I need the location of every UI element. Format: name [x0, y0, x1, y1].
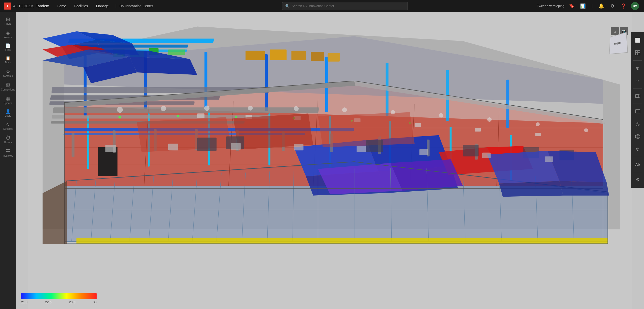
nav-facilities[interactable]: Facilities [71, 3, 91, 10]
user-avatar[interactable]: DV [631, 2, 639, 10]
bookmark-icon[interactable]: 🔖 [568, 3, 575, 10]
toolbar-divider-3 [633, 104, 642, 104]
toolbar-grid-btn[interactable] [632, 47, 643, 58]
svg-rect-152 [545, 156, 553, 162]
toolbar-connect-btn[interactable]: ⊕ [632, 63, 643, 74]
svg-rect-149 [357, 146, 366, 152]
bell-icon[interactable]: 🔔 [598, 3, 605, 10]
search-icon: 🔍 [285, 4, 290, 8]
chart-icon[interactable]: 📊 [579, 3, 586, 10]
toolbar-divider-2 [633, 88, 642, 89]
svg-rect-151 [482, 153, 491, 158]
toolbar-layout-btn[interactable]: ⬜ [632, 35, 643, 46]
color-legend: 21.8 22.5 23.3 °C [21, 293, 97, 304]
streams-icon: ∿ [6, 122, 10, 127]
svg-marker-77 [76, 238, 608, 244]
main-3d-view[interactable]: 21.8 22.5 23.3 °C ⌂ 📷 RIGHT ⬜ ⊕ ↔ [16, 12, 644, 309]
systems-icon: ⚙ [6, 69, 10, 74]
toolbar-divider-5 [633, 172, 642, 172]
svg-rect-106 [72, 133, 75, 157]
nav-items: Home Facilities Manage | DV Innovation C… [53, 3, 153, 10]
svg-marker-117 [137, 117, 231, 152]
viewcube[interactable]: RIGHT [606, 32, 629, 55]
toolbar-video-btn[interactable] [632, 91, 643, 102]
sidebar-item-history[interactable]: ⏱ History [0, 133, 16, 146]
sidebar-item-inventory[interactable]: ☰ Inventory [0, 146, 16, 160]
svg-marker-133 [559, 181, 609, 196]
svg-rect-157 [635, 95, 639, 98]
svg-rect-44 [270, 50, 287, 60]
sidebar-item-users[interactable]: 👤 Users [0, 107, 16, 120]
legend-mid1: 22.5 [45, 300, 51, 304]
sidebar-item-spaces[interactable]: ▦ Spaces [0, 94, 16, 107]
svg-point-143 [536, 122, 540, 126]
help-icon[interactable]: ❓ [620, 3, 627, 10]
files-icon: 📄 [6, 44, 11, 48]
toolbar-settings-btn[interactable]: ⚙ [632, 174, 643, 185]
svg-rect-35 [52, 115, 270, 118]
svg-point-141 [439, 113, 443, 117]
search-box[interactable]: 🔍 [282, 2, 408, 10]
svg-rect-159 [635, 110, 640, 113]
search-area: 🔍 [153, 2, 537, 10]
svg-rect-119 [197, 138, 217, 151]
topbar: T AUTODESK Tandem Home Facilities Manage… [0, 0, 644, 12]
app-logo: T [4, 3, 11, 10]
history-icon: ⏱ [6, 135, 11, 140]
svg-point-136 [204, 106, 210, 111]
toolbar-3d-btn[interactable] [632, 131, 643, 142]
sidebar: ⊞ Filters ◈ Assets 📄 Files 📋 Docs ⚙ Syst… [0, 12, 16, 309]
sidebar-label-systems: Systems [3, 75, 13, 77]
svg-rect-145 [105, 145, 116, 152]
right-toolbar: ⬜ ⊕ ↔ ◎ ⊚ Ab ⚙ [631, 32, 644, 188]
svg-rect-156 [638, 53, 640, 55]
svg-rect-43 [246, 51, 265, 60]
svg-rect-46 [311, 52, 324, 61]
sidebar-label-docs: Docs [5, 61, 11, 64]
svg-rect-25 [506, 80, 509, 128]
sidebar-item-systems[interactable]: ⚙ Systems [0, 66, 16, 80]
svg-point-142 [487, 117, 492, 122]
svg-rect-150 [419, 149, 428, 155]
sidebar-item-docs[interactable]: 📋 Docs [0, 54, 16, 66]
toolbar-globe-btn[interactable]: ◎ [632, 118, 643, 129]
svg-point-139 [342, 107, 347, 112]
svg-point-144 [584, 128, 588, 132]
svg-point-137 [248, 106, 253, 111]
sidebar-item-files[interactable]: 📄 Files [0, 41, 16, 54]
svg-marker-130 [487, 151, 559, 184]
toolbar-text-btn[interactable]: Ab [632, 159, 643, 170]
legend-min: 21.8 [21, 300, 27, 304]
svg-rect-45 [291, 51, 306, 60]
app-product-text: Tandem [36, 4, 49, 8]
viewcube-label: RIGHT [614, 41, 622, 46]
svg-rect-84 [415, 123, 421, 127]
sidebar-label-filters: Filters [5, 23, 11, 25]
svg-point-135 [161, 106, 166, 111]
sidebar-label-inventory: Inventory [3, 155, 13, 157]
svg-marker-105 [130, 57, 197, 75]
admin-icon[interactable]: ⚙ [609, 3, 616, 10]
toolbar-divider-1 [633, 60, 642, 61]
svg-rect-42 [168, 50, 185, 55]
svg-rect-47 [328, 53, 340, 62]
svg-point-134 [117, 107, 123, 113]
users-icon: 👤 [6, 110, 11, 114]
nav-home[interactable]: Home [53, 3, 70, 10]
spaces-icon: ▦ [6, 96, 10, 101]
sidebar-item-filters[interactable]: ⊞ Filters [0, 14, 16, 28]
sidebar-item-assets[interactable]: ◈ Assets [0, 28, 16, 41]
color-bar [21, 293, 97, 299]
svg-point-89 [235, 116, 237, 118]
sidebar-label-assets: Assets [4, 36, 12, 39]
svg-rect-26 [87, 116, 89, 169]
sidebar-item-streams[interactable]: ∿ Streams [0, 120, 16, 133]
toolbar-layers-btn[interactable]: ⊚ [632, 144, 643, 155]
nav-manage[interactable]: Manage [93, 3, 112, 10]
toolbar-move-btn[interactable]: ↔ [632, 75, 643, 86]
topbar-divider: | [591, 3, 593, 9]
svg-rect-153 [635, 51, 637, 53]
toolbar-table-btn[interactable] [632, 106, 643, 117]
sidebar-item-connections[interactable]: ⛓ Connections [0, 80, 16, 94]
search-input[interactable] [292, 4, 405, 8]
